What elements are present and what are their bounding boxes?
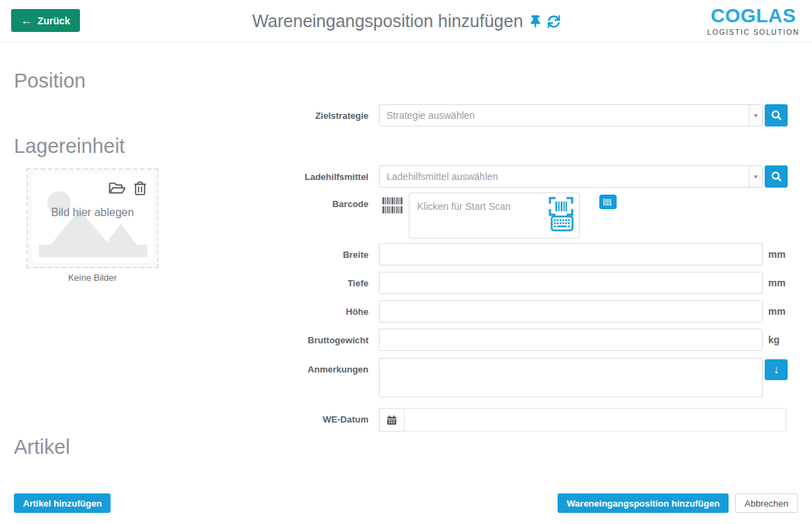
field-row-breite: Breite mm — [0, 243, 786, 265]
logo-brand: COGLAS — [707, 6, 799, 26]
breite-label: Breite — [0, 243, 368, 260]
section-heading-lagereinheit: Lagereinheit — [14, 135, 125, 158]
zielstrategie-label: Zielstrategie — [0, 104, 368, 121]
anmerkungen-textarea[interactable] — [379, 358, 763, 398]
barcode-placeholder: Klicken für Start Scan — [417, 201, 511, 212]
ladehilfsmittel-label: Ladehilfsmittel — [0, 165, 368, 182]
zielstrategie-placeholder: Strategie auswählen — [380, 110, 749, 121]
breite-input[interactable] — [379, 243, 763, 265]
barcode-scanner-button[interactable] — [599, 195, 617, 209]
barcode-mini-icon — [603, 199, 612, 206]
bruttogewicht-input[interactable] — [379, 329, 763, 351]
ladehilfsmittel-select[interactable]: Ladehilfsmittel auswählen ▾ — [379, 165, 763, 188]
back-label: Zurück — [38, 15, 70, 26]
header: ← Zurück Wareneingangsposition hinzufüge… — [0, 0, 812, 42]
page-title: Wareneingangsposition hinzufügen — [252, 11, 523, 31]
add-article-button[interactable]: Artikel hinzufügen — [14, 493, 111, 513]
search-icon — [772, 110, 781, 120]
zielstrategie-select[interactable]: Strategie auswählen ▾ — [379, 104, 763, 126]
footer-actions: Wareneingangsposition hinzufügen Abbrech… — [558, 493, 798, 513]
barcode-label: Barcode — [0, 193, 368, 209]
section-heading-artikel: Artikel — [14, 436, 70, 459]
bruttogewicht-label: Bruttogewicht — [0, 329, 368, 345]
field-row-ladehilfsmittel: Ladehilfsmittel Ladehilfsmittel auswähle… — [0, 165, 788, 188]
field-row-we-datum: WE-Datum — [0, 408, 786, 432]
bruttogewicht-unit: kg — [768, 329, 779, 351]
arrow-down-icon: ↓ — [774, 363, 779, 375]
field-row-tiefe: Tiefe mm — [0, 272, 786, 294]
tiefe-label: Tiefe — [0, 272, 368, 288]
refresh-icon[interactable] — [547, 15, 560, 28]
chevron-down-icon[interactable]: ▾ — [749, 166, 762, 187]
tiefe-unit: mm — [768, 272, 786, 294]
anmerkungen-label: Anmerkungen — [0, 358, 368, 375]
logo: COGLAS LOGISTIC SOLUTION — [707, 6, 799, 36]
search-icon — [772, 172, 781, 181]
field-row-anmerkungen: Anmerkungen ↓ — [0, 358, 788, 398]
barcode-icon — [382, 197, 404, 216]
calendar-icon[interactable] — [379, 408, 404, 432]
page: ← Zurück Wareneingangsposition hinzufüge… — [0, 0, 812, 524]
hoehe-input[interactable] — [379, 300, 763, 322]
title-wrap: Wareneingangsposition hinzufügen — [252, 0, 560, 42]
arrow-left-icon: ← — [21, 15, 33, 26]
cancel-button[interactable]: Abbrechen — [735, 493, 798, 513]
logo-tagline: LOGISTIC SOLUTION — [707, 28, 799, 36]
breite-unit: mm — [768, 243, 786, 265]
section-heading-position: Position — [14, 69, 86, 92]
hoehe-unit: mm — [768, 300, 786, 322]
barcode-scan-input[interactable]: Klicken für Start Scan — [409, 193, 580, 238]
chevron-down-icon[interactable]: ▾ — [749, 105, 762, 126]
pin-icon[interactable] — [530, 15, 540, 28]
tiefe-input[interactable] — [379, 272, 763, 294]
ladehilfsmittel-search-button[interactable] — [765, 165, 788, 188]
zielstrategie-search-button[interactable] — [765, 104, 788, 126]
hoehe-label: Höhe — [0, 300, 368, 317]
submit-button[interactable]: Wareneingangsposition hinzufügen — [558, 493, 729, 513]
ladehilfsmittel-placeholder: Ladehilfsmittel auswählen — [380, 171, 749, 182]
field-row-bruttogewicht: Bruttogewicht kg — [0, 329, 779, 351]
back-button[interactable]: ← Zurück — [11, 9, 80, 32]
we-datum-label: WE-Datum — [0, 408, 368, 425]
field-row-barcode: Barcode Klicken für Start Scan — [0, 193, 617, 238]
field-row-zielstrategie: Zielstrategie Strategie auswählen ▾ — [0, 104, 788, 126]
we-datum-input[interactable] — [404, 408, 786, 432]
anmerkungen-expand-button[interactable]: ↓ — [765, 359, 788, 380]
field-row-hoehe: Höhe mm — [0, 300, 786, 322]
keyboard-icon[interactable] — [551, 215, 574, 234]
